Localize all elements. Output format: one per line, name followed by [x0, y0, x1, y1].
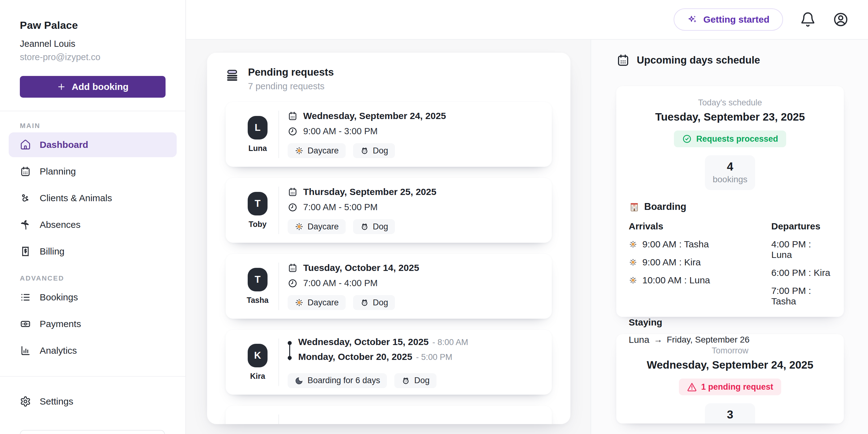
arrival-row: 9:00 AM : Tasha: [629, 239, 771, 250]
pending-request-card[interactable]: T Tuesday, October 21, 2025: [226, 406, 552, 424]
sidebar: Paw Palace Jeannel Louis store-pro@izype…: [0, 0, 186, 434]
bookings-count: 3: [705, 408, 755, 421]
sidebar-item-absences[interactable]: Absences: [9, 212, 177, 237]
plus-icon: [57, 82, 66, 91]
calendar-icon: [20, 166, 31, 177]
bookings-count: 4: [705, 160, 755, 173]
sidebar-item-planning[interactable]: Planning: [9, 159, 177, 184]
upcoming-schedule-panel: Upcoming days schedule Today's schedule …: [591, 40, 868, 434]
sidebar-divider: [0, 111, 185, 111]
receipt-dollar-icon: [20, 246, 31, 257]
sidebar-item-label: Settings: [40, 396, 73, 407]
boarding-section: Boarding Arrivals 9:00 AM : Tasha 9:00 A…: [629, 201, 831, 345]
day-date: Wednesday, September 24, 2025: [629, 359, 831, 371]
list-icon: [20, 292, 31, 303]
range-end-time: - 5:00 PM: [416, 352, 452, 362]
departure-row: 6:00 PM : Kira: [771, 268, 831, 278]
sun-icon: [629, 276, 638, 285]
status-badge-label: Requests processed: [696, 134, 778, 144]
sidebar-item-payments[interactable]: Payments: [9, 312, 177, 336]
calendar-icon: [288, 263, 298, 273]
day-kicker: Tomorrow: [629, 346, 831, 355]
tag-label: Dog: [373, 298, 389, 308]
queue-stack-icon: [226, 68, 241, 83]
arrival-label: 9:00 AM : Tasha: [642, 239, 709, 250]
calendar-icon: [616, 53, 630, 67]
staying-until-date: Friday, September 26: [667, 335, 750, 345]
getting-started-label: Getting started: [703, 14, 769, 25]
status-badge-label: 1 pending request: [701, 382, 773, 392]
app-window: Paw Palace Jeannel Louis store-pro@izype…: [0, 0, 868, 434]
tag-label: Dog: [373, 222, 389, 231]
request-date: Tuesday, October 14, 2025: [303, 262, 419, 273]
pending-requests-panel: Pending requests 7 pending requests L Lu…: [207, 53, 570, 424]
pending-request-card[interactable]: T Tasha Tuesday, October 14, 2025 7:00 A…: [226, 254, 552, 319]
sidebar-item-label: Clients & Animals: [40, 193, 112, 204]
upcoming-schedule-title: Upcoming days schedule: [637, 54, 760, 66]
request-date: Wednesday, September 24, 2025: [303, 111, 446, 121]
section-label-advanced: ADVANCED: [20, 274, 165, 282]
pending-request-card[interactable]: L Luna Wednesday, September 24, 2025 9:0…: [226, 102, 552, 167]
range-start-time: - 8:00 AM: [432, 338, 468, 347]
pet-name: Tasha: [247, 296, 269, 305]
dog-icon: [360, 222, 369, 231]
bookings-label: bookings: [705, 175, 755, 184]
add-booking-button[interactable]: Add booking: [20, 76, 165, 98]
sun-icon: [294, 298, 304, 307]
tag-label: Dog: [373, 146, 389, 156]
tag-label: Daycare: [308, 298, 339, 308]
home-icon: [20, 139, 31, 150]
sidebar-item-bookings[interactable]: Bookings: [9, 285, 177, 310]
banknote-icon: [20, 318, 31, 330]
sidebar-item-label: Payments: [40, 319, 81, 329]
sidebar-item-billing[interactable]: Billing: [9, 239, 177, 264]
dog-icon: [401, 376, 410, 385]
tag-dog: Dog: [394, 373, 436, 388]
topbar: Getting started: [186, 0, 868, 40]
pending-request-card[interactable]: T Toby Thursday, September 25, 2025 7:00…: [226, 178, 552, 243]
sidebar-item-clients-animals[interactable]: Clients & Animals: [9, 186, 177, 211]
user-circle-icon[interactable]: [833, 11, 849, 28]
departure-row: 4:00 PM : Luna: [771, 239, 831, 260]
pet-avatar: K: [248, 344, 268, 367]
sidebar-item-dashboard[interactable]: Dashboard: [9, 132, 177, 157]
user-email: store-pro@izypet.co: [20, 52, 165, 62]
sidebar-item-analytics[interactable]: Analytics: [9, 338, 177, 363]
sidebar-bottom-card: [20, 430, 165, 434]
tag-daycare: Daycare: [288, 143, 346, 158]
pet-avatar: L: [248, 116, 268, 140]
request-time: 7:00 AM - 4:00 PM: [303, 278, 378, 288]
pet-name: Luna: [248, 144, 267, 153]
add-booking-label: Add booking: [72, 82, 128, 92]
pending-request-card[interactable]: K Kira Wednesday, October 15, 2025 - 8:0…: [226, 330, 552, 395]
arrival-label: 9:00 AM : Kira: [642, 257, 701, 268]
tag-boarding: Boarding for 6 days: [288, 373, 387, 388]
departure-row: 7:00 PM : Tasha: [771, 285, 831, 307]
pet-avatar: T: [248, 192, 268, 215]
getting-started-button[interactable]: Getting started: [674, 8, 783, 31]
tag-dog: Dog: [353, 143, 395, 158]
hotel-icon: [629, 201, 640, 212]
bookings-count-box: 4 bookings: [705, 155, 755, 190]
bell-icon[interactable]: [800, 11, 816, 28]
clock-icon: [288, 278, 298, 288]
sun-icon: [629, 240, 638, 249]
bookings-label: bookings: [705, 423, 755, 424]
clock-icon: [288, 203, 298, 212]
user-name: Jeannel Louis: [20, 39, 165, 49]
advanced-nav: Bookings Payments Analytics: [20, 285, 165, 363]
arrival-row: 9:00 AM : Kira: [629, 257, 771, 268]
sidebar-item-label: Analytics: [40, 345, 77, 356]
sidebar-item-label: Absences: [40, 219, 81, 230]
moon-icon: [294, 376, 304, 385]
range-end-date: Monday, October 20, 2025: [298, 351, 412, 362]
dog-icon: [360, 298, 369, 307]
tag-dog: Dog: [353, 295, 395, 310]
request-date: Thursday, September 25, 2025: [303, 187, 436, 197]
arrow-right-icon: →: [654, 335, 662, 345]
sidebar-item-settings[interactable]: Settings: [9, 389, 177, 414]
sun-icon: [629, 258, 638, 267]
check-badge-icon: [682, 134, 692, 144]
tag-dog: Dog: [353, 219, 395, 234]
sidebar-item-label: Planning: [40, 166, 76, 177]
